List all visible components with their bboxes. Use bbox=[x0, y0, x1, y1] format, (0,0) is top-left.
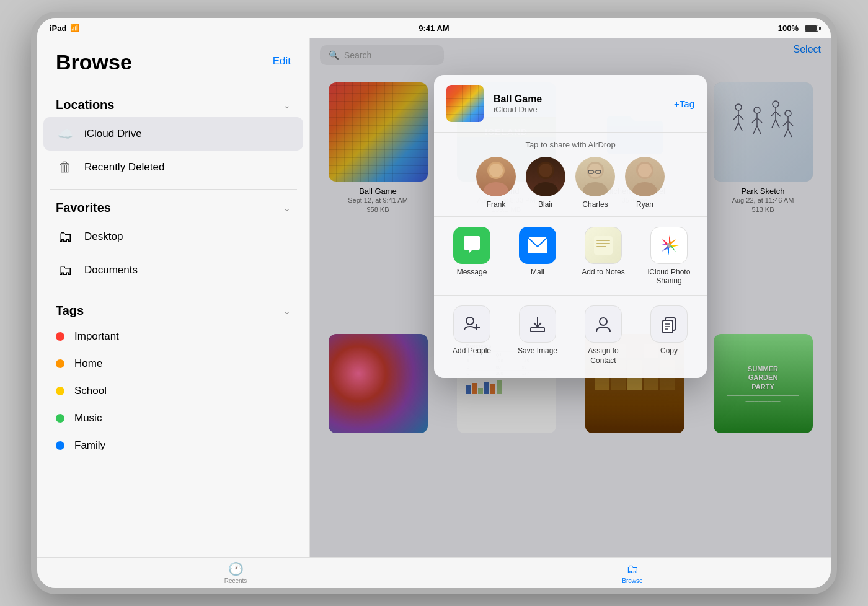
notes-icon bbox=[585, 227, 622, 264]
sidebar-item-school[interactable]: School bbox=[37, 377, 309, 405]
sidebar-item-documents[interactable]: 🗂 Documents bbox=[37, 253, 309, 287]
charles-avatar-svg bbox=[575, 157, 615, 196]
blair-avatar-svg bbox=[526, 157, 565, 196]
assign-contact-icon bbox=[585, 305, 622, 343]
ipad-frame: iPad 📶 9:41 AM 100% Browse Edit Location… bbox=[31, 12, 837, 594]
svg-rect-42 bbox=[596, 243, 610, 244]
share-file-location: iCloud Drive bbox=[494, 105, 664, 114]
tab-browse[interactable]: 🗂 Browse bbox=[434, 562, 831, 584]
tags-section-header[interactable]: Tags ⌄ bbox=[37, 299, 309, 323]
assign-contact-action[interactable]: Assign to Contact bbox=[578, 305, 628, 366]
music-tag-label: Music bbox=[74, 412, 102, 424]
tab-bar: 🕐 Recents 🗂 Browse bbox=[37, 557, 831, 588]
notes-svg bbox=[593, 235, 614, 256]
message-label: Message bbox=[457, 268, 487, 276]
sidebar-item-family[interactable]: Family bbox=[37, 432, 309, 459]
sidebar-item-recently-deleted[interactable]: 🗑 Recently Deleted bbox=[37, 151, 309, 184]
music-tag-dot bbox=[56, 414, 64, 423]
sidebar-item-icloud-drive[interactable]: ☁️ iCloud Drive bbox=[43, 117, 303, 151]
copy-svg bbox=[660, 315, 678, 333]
svg-point-45 bbox=[466, 317, 474, 325]
frank-avatar-svg bbox=[476, 157, 516, 196]
status-bar: iPad 📶 9:41 AM 100% bbox=[37, 18, 831, 38]
sidebar-item-important[interactable]: Important bbox=[37, 323, 309, 350]
sidebar-item-home[interactable]: Home bbox=[37, 350, 309, 377]
app-actions: Message Mail bbox=[434, 217, 707, 296]
svg-rect-49 bbox=[531, 328, 544, 332]
share-sheet-header: Ball Game iCloud Drive +Tag bbox=[434, 75, 707, 133]
airdrop-person-frank[interactable]: Frank bbox=[476, 157, 516, 209]
svg-point-26 bbox=[489, 164, 503, 177]
icloud-photo-sharing-action[interactable]: iCloud Photo Sharing bbox=[644, 227, 694, 285]
divider-1 bbox=[50, 189, 297, 190]
copy-icon bbox=[650, 305, 688, 343]
ryan-avatar-svg bbox=[625, 157, 665, 196]
save-image-label: Save Image bbox=[518, 346, 557, 356]
save-image-svg bbox=[529, 315, 546, 333]
svg-point-50 bbox=[600, 318, 607, 325]
family-tag-label: Family bbox=[74, 439, 105, 452]
more-actions: Add People Save Image bbox=[434, 296, 707, 378]
message-icon bbox=[453, 227, 490, 264]
ryan-avatar bbox=[625, 157, 665, 196]
add-people-svg bbox=[463, 315, 480, 333]
add-to-notes-label: Add to Notes bbox=[582, 268, 624, 276]
svg-point-37 bbox=[632, 182, 657, 196]
add-people-action[interactable]: Add People bbox=[447, 305, 497, 366]
trash-icon: 🗑 bbox=[56, 158, 74, 177]
recents-label: Recents bbox=[224, 577, 247, 584]
recently-deleted-label: Recently Deleted bbox=[84, 161, 164, 173]
desktop-folder-icon: 🗂 bbox=[56, 227, 74, 246]
home-tag-dot bbox=[56, 359, 64, 368]
locations-section-header[interactable]: Locations ⌄ bbox=[37, 93, 309, 117]
time-display: 9:41 AM bbox=[418, 24, 449, 33]
family-tag-dot bbox=[56, 441, 64, 450]
sidebar-header: Browse Edit bbox=[37, 50, 309, 87]
favorites-label: Favorites bbox=[56, 201, 111, 215]
copy-action[interactable]: Copy bbox=[644, 305, 694, 366]
tags-chevron-icon: ⌄ bbox=[283, 306, 291, 316]
documents-folder-icon: 🗂 bbox=[56, 261, 74, 279]
blair-avatar bbox=[526, 157, 565, 196]
airdrop-person-ryan[interactable]: Ryan bbox=[625, 157, 665, 209]
favorites-section-header[interactable]: Favorites ⌄ bbox=[37, 196, 309, 220]
main-content: Browse Edit Locations ⌄ ☁️ iCloud Drive … bbox=[37, 38, 831, 557]
airdrop-people: Frank bbox=[434, 157, 707, 209]
school-tag-dot bbox=[56, 387, 64, 395]
sidebar-item-desktop[interactable]: 🗂 Desktop bbox=[37, 220, 309, 253]
add-people-label: Add People bbox=[453, 346, 491, 356]
recents-icon: 🕐 bbox=[228, 561, 244, 576]
edit-button[interactable]: Edit bbox=[273, 50, 291, 68]
frank-avatar bbox=[476, 157, 516, 196]
copy-label: Copy bbox=[660, 346, 678, 356]
important-tag-label: Important bbox=[74, 330, 119, 343]
svg-point-38 bbox=[638, 164, 652, 177]
important-tag-dot bbox=[56, 332, 64, 341]
airdrop-label: Tap to share with AirDrop bbox=[434, 140, 707, 149]
airdrop-person-charles[interactable]: Charles bbox=[575, 157, 615, 209]
add-to-notes-action[interactable]: Add to Notes bbox=[578, 227, 628, 285]
save-image-action[interactable]: Save Image bbox=[513, 305, 562, 366]
mail-action[interactable]: Mail bbox=[513, 227, 562, 285]
icloud-photo-sharing-label: iCloud Photo Sharing bbox=[644, 268, 694, 285]
favorites-chevron-icon: ⌄ bbox=[283, 203, 291, 213]
message-action[interactable]: Message bbox=[447, 227, 497, 285]
browse-tab-label: Browse bbox=[622, 577, 642, 584]
svg-point-31 bbox=[583, 182, 608, 196]
svg-rect-43 bbox=[596, 246, 606, 247]
documents-label: Documents bbox=[84, 264, 138, 276]
tag-button[interactable]: +Tag bbox=[674, 99, 694, 109]
photos-svg bbox=[658, 234, 680, 257]
sidebar-item-music[interactable]: Music bbox=[37, 405, 309, 432]
airdrop-person-blair[interactable]: Blair bbox=[526, 157, 565, 209]
battery-label: 100% bbox=[778, 24, 799, 33]
frank-name: Frank bbox=[487, 200, 506, 209]
svg-point-25 bbox=[484, 182, 508, 196]
message-svg bbox=[461, 235, 482, 256]
charles-name: Charles bbox=[582, 200, 608, 209]
svg-rect-41 bbox=[596, 240, 610, 241]
tags-label: Tags bbox=[56, 304, 84, 318]
svg-rect-40 bbox=[594, 236, 613, 255]
browse-title: Browse bbox=[56, 50, 132, 74]
tab-recents[interactable]: 🕐 Recents bbox=[37, 561, 434, 584]
